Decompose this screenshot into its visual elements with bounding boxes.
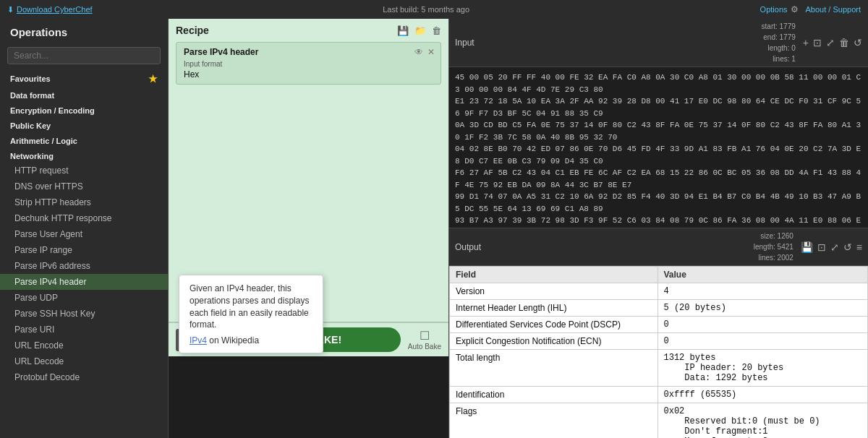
sidebar-item-strip-http-headers[interactable]: Strip HTTP headers: [0, 194, 168, 210]
input-content[interactable]: 45 00 05 20 FF FF 40 00 FE 32 EA FA C0 A…: [449, 67, 868, 228]
output-menu-icon[interactable]: ≡: [856, 241, 862, 253]
encryption-label: Encryption / Encoding: [10, 106, 95, 115]
recipe-toolbar: 💾 📁 🗑: [397, 25, 441, 36]
star-icon: ★: [148, 73, 158, 85]
download-icon: ⬇: [7, 5, 14, 14]
sidebar-item-http-request[interactable]: HTTP request: [0, 163, 168, 179]
input-stat-end: end: 1779: [762, 32, 796, 43]
right-panel: Input start: 1779 end: 1779 length: 0 li…: [448, 19, 868, 438]
output-expand-icon[interactable]: ⤢: [830, 241, 839, 253]
output-toolbar: 💾 ⊡ ⤢ ↺ ≡: [801, 241, 862, 253]
recipe-card-close-icon[interactable]: ✕: [427, 47, 435, 57]
table-cell-field: Internet Header Length (IHL): [450, 300, 658, 317]
table-cell-field: Explicit Congestion Notification (ECN): [450, 333, 658, 350]
sidebar-section-encryption[interactable]: Encryption / Encoding: [0, 102, 168, 117]
download-link[interactable]: ⬇ Download CyberChef: [7, 5, 93, 14]
sidebar-item-parse-user-agent[interactable]: Parse User Agent: [0, 226, 168, 242]
sidebar-item-parse-udp[interactable]: Parse UDP: [0, 290, 168, 306]
options-icon[interactable]: ⚙: [791, 4, 799, 14]
auto-bake-label: Auto Bake: [408, 343, 441, 351]
sidebar-item-url-encode[interactable]: URL Encode: [0, 338, 168, 353]
sidebar-item-dns-over-https[interactable]: DNS over HTTPS: [0, 179, 168, 194]
col-field: Field: [450, 267, 658, 283]
recipe-card-field-value: Hex: [184, 69, 433, 80]
sidebar-item-protobuf-decode[interactable]: Protobuf Decode: [0, 369, 168, 385]
input-panel: Input start: 1779 end: 1779 length: 0 li…: [449, 19, 868, 228]
table-cell-value: 5 (20 bytes): [658, 300, 868, 317]
output-grid-icon[interactable]: ⊡: [817, 241, 826, 253]
search-input[interactable]: [7, 47, 161, 64]
output-header: Output size: 1260 length: 5421 lines: 20…: [449, 228, 868, 266]
table-cell-field: Version: [450, 283, 658, 300]
recipe-card-icons: 👁 ✕: [414, 47, 435, 57]
input-header: Input start: 1779 end: 1779 length: 0 li…: [449, 19, 868, 67]
table-cell-value: 1312 bytes IP header: 20 bytes Data: 129…: [658, 350, 868, 387]
input-clear-icon[interactable]: 🗑: [839, 37, 849, 48]
output-stat-length: length: 5421: [754, 241, 793, 252]
table-cell-value: 0x02 Reserved bit:0 (must be 0) Don't fr…: [658, 403, 868, 439]
table-row: Explicit Congestion Notification (ECN)0: [450, 333, 868, 350]
sidebar-item-parse-ipv4-header[interactable]: Parse IPv4 header: [0, 274, 168, 290]
tooltip-wiki-suffix: on Wikipedia: [207, 335, 259, 345]
table-row: Total length1312 bytes IP header: 20 byt…: [450, 350, 868, 387]
output-table: Field Value Version4Internet Header Leng…: [449, 266, 868, 438]
output-content: Field Value Version4Internet Header Leng…: [449, 266, 868, 438]
table-cell-value: 0xffff (65535): [658, 387, 868, 403]
recipe-card-title: Parse IPv4 header: [184, 47, 433, 57]
about-label[interactable]: About / Support: [806, 5, 861, 14]
output-save-icon[interactable]: 💾: [801, 241, 813, 253]
input-stat-start: start: 1779: [762, 21, 796, 32]
sidebar-item-parse-uri[interactable]: Parse URI: [0, 322, 168, 338]
output-tbody: Version4Internet Header Length (IHL)5 (2…: [450, 283, 868, 439]
auto-bake-toggle[interactable]: ☐ Auto Bake: [408, 329, 441, 351]
input-toolbar: + ⊡ ⤢ 🗑 ↺: [803, 37, 862, 48]
recipe-title: Recipe: [176, 25, 209, 36]
build-info: Last build: 5 months ago: [383, 5, 469, 14]
sidebar-item-url-decode[interactable]: URL Decode: [0, 353, 168, 369]
sidebar-section-favourites[interactable]: Favourites ★: [0, 69, 168, 87]
sidebar-section-dataformat[interactable]: Data format: [0, 87, 168, 102]
tooltip-wiki-link[interactable]: IPv4: [190, 335, 207, 345]
table-cell-field: Identification: [450, 387, 658, 403]
arithmetic-label: Arithmetic / Logic: [10, 137, 77, 145]
sidebar-item-dechunk-http[interactable]: Dechunk HTTP response: [0, 210, 168, 226]
sidebar-item-parse-ip-range[interactable]: Parse IP range: [0, 242, 168, 258]
recipe-card-eye-icon[interactable]: 👁: [414, 47, 423, 57]
input-reset-icon[interactable]: ↺: [854, 37, 862, 48]
recipe-open-icon[interactable]: 📁: [414, 25, 426, 36]
output-stat-lines: lines: 2002: [754, 252, 793, 263]
sidebar-section-publickey[interactable]: Public Key: [0, 117, 168, 132]
input-expand-icon[interactable]: ⤢: [826, 37, 835, 48]
content-area: Recipe 💾 📁 🗑 👁 ✕ Parse IPv4 header Input…: [169, 19, 448, 438]
output-title: Output: [455, 242, 481, 252]
input-grid-icon[interactable]: ⊡: [813, 37, 822, 48]
sidebar-item-parse-ssh[interactable]: Parse SSH Host Key: [0, 306, 168, 322]
table-row: Version4: [450, 283, 868, 300]
input-title: Input: [455, 38, 475, 48]
publickey-label: Public Key: [10, 121, 51, 130]
sidebar: Operations Favourites ★ Data format Encr…: [0, 19, 169, 438]
input-stat-lines: lines: 1: [762, 53, 796, 64]
output-stat-size: size: 1260: [754, 231, 793, 241]
input-stats: start: 1779 end: 1779 length: 0 lines: 1: [762, 21, 796, 64]
sidebar-item-parse-ipv6[interactable]: Parse IPv6 address: [0, 258, 168, 274]
auto-bake-checkbox[interactable]: ☐: [420, 329, 430, 343]
options-label[interactable]: Options: [760, 5, 788, 14]
top-bar: ⬇ Download CyberChef Last build: 5 month…: [0, 0, 868, 19]
table-row: Identification0xffff (65535): [450, 387, 868, 403]
favourites-label: Favourites: [10, 74, 51, 83]
networking-label: Networking: [10, 152, 54, 160]
recipe-header: Recipe 💾 📁 🗑: [176, 25, 441, 36]
tooltip-text: Given an IPv4 header, this operations pa…: [190, 283, 312, 331]
sidebar-section-arithmetic[interactable]: Arithmetic / Logic: [0, 132, 168, 147]
sidebar-list: Favourites ★ Data format Encryption / En…: [0, 69, 168, 438]
top-right-actions: Options ⚙ About / Support: [760, 4, 861, 14]
output-reset-icon[interactable]: ↺: [843, 241, 852, 253]
table-row: Internet Header Length (IHL)5 (20 bytes): [450, 300, 868, 317]
table-row: Differentiated Services Code Point (DSCP…: [450, 317, 868, 333]
download-label[interactable]: Download CyberChef: [17, 5, 93, 14]
recipe-delete-icon[interactable]: 🗑: [432, 25, 441, 36]
sidebar-section-networking[interactable]: Networking: [0, 147, 168, 163]
recipe-save-icon[interactable]: 💾: [397, 25, 409, 36]
input-add-icon[interactable]: +: [803, 37, 809, 48]
